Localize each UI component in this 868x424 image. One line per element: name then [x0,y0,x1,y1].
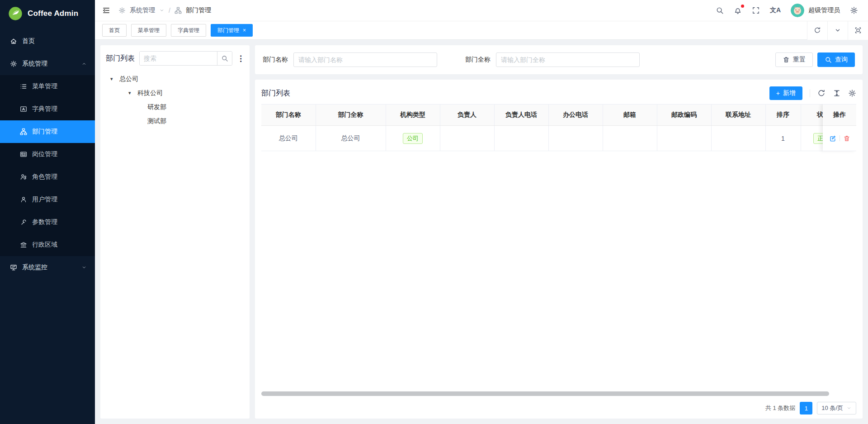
tab-department-management[interactable]: 部门管理 × [211,24,253,37]
tree-search [139,51,232,66]
tree-node-test-dept[interactable]: 测试部 [106,114,244,128]
table-refresh-button[interactable] [817,89,826,97]
col-org-type: 机构类型 [386,105,440,126]
edit-button[interactable] [829,135,836,142]
bell-icon [734,6,742,14]
tree-panel-header: 部门列表 ⋮ [106,51,244,66]
tree-node-head-office[interactable]: ▾ 总公司 [106,72,244,86]
sidebar-item-parameter-management[interactable]: 参数管理 [0,211,95,233]
table-density-button[interactable] [833,89,841,97]
operation-divider [840,135,840,141]
sidebar-item-dict-management[interactable]: 字典管理 [0,98,95,120]
sidebar-item-label: 角色管理 [32,173,57,181]
chevron-down-icon [834,27,841,34]
operation-cell [823,126,856,151]
search-icon [825,56,832,63]
sidebar-item-menu-management[interactable]: 菜单管理 [0,75,95,98]
tree-node-label: 总公司 [119,75,138,83]
sidebar-item-label: 部门管理 [32,128,57,136]
main-column: 部门名称 部门全称 重置 查询 部门列表 [255,45,863,419]
refresh-icon [814,27,821,34]
caret-down-icon[interactable]: ▾ [127,90,137,96]
sidebar-item-system-monitor[interactable]: 系统监控 [0,256,95,279]
tree-panel-title: 部门列表 [106,54,135,63]
sidebar-item-label: 行政区域 [32,241,57,249]
notification-badge [741,5,744,8]
menu-fold-button[interactable] [102,6,110,14]
sidebar-item-post-management[interactable]: 岗位管理 [0,143,95,166]
column-height-icon [833,89,841,97]
table-card-header: 部门列表 + 新增 [261,82,856,104]
page-size-select[interactable]: 10 条/页 [817,402,856,414]
delete-button[interactable] [843,135,850,142]
table-header-row: 部门名称 部门全称 机构类型 负责人 负责人电话 办公电话 邮箱 邮政编码 联系… [261,105,846,126]
app-title: Coffee Admin [28,9,78,18]
plus-icon: + [776,90,780,97]
notification-button[interactable] [734,6,742,14]
menu-fold-icon [102,6,110,14]
department-table-card: 部门列表 + 新增 [255,80,863,419]
language-button[interactable]: 文A [770,6,781,14]
tree-more-button[interactable]: ⋮ [237,54,244,63]
add-button[interactable]: + 新增 [769,86,802,100]
dept-fullname-label: 部门全称 [465,56,491,64]
horizontal-scrollbar[interactable] [261,391,829,396]
chevron-down-icon [159,8,165,13]
settings-button[interactable] [850,6,858,14]
sidebar-item-system-management[interactable]: 系统管理 [0,52,95,75]
close-icon[interactable]: × [243,28,246,33]
pagination-total: 共 1 条数据 [765,404,795,412]
caret-down-icon[interactable]: ▾ [109,76,119,82]
sidebar-item-user-management[interactable]: 用户管理 [0,188,95,211]
dept-name-input[interactable] [293,52,437,67]
cell-dept-name: 总公司 [261,126,316,151]
org-type-tag: 公司 [403,133,423,144]
header-actions: 文A 超级管理员 [716,4,858,17]
page-size-value: 10 条/页 [821,404,843,412]
dept-fullname-input[interactable] [496,52,640,67]
tree-node-rd-dept[interactable]: 研发部 [106,100,244,114]
tab-menu-management[interactable]: 菜单管理 [131,24,166,37]
table-settings-button[interactable] [848,89,856,97]
tree-search-input[interactable] [140,52,217,65]
bank-icon [20,241,27,248]
sidebar-item-home[interactable]: 首页 [0,30,95,52]
sidebar-item-label: 参数管理 [32,218,57,226]
sidebar-item-department-management[interactable]: 部门管理 [0,120,95,143]
department-tree: ▾ 总公司 ▾ 科技公司 研发部 测试部 [106,72,244,128]
table-row[interactable]: 总公司 总公司 公司 1 [261,126,846,151]
page-button-1[interactable]: 1 [800,402,812,414]
col-operation: 操作 [823,104,856,126]
dictionary-icon [20,105,27,113]
tab-home[interactable]: 首页 [102,24,127,37]
tab-label: 首页 [109,27,120,34]
search-button[interactable]: 查询 [817,52,855,67]
maximize-content-button[interactable] [848,21,868,40]
chevron-down-icon [81,265,87,270]
sidebar-item-label: 岗位管理 [32,150,57,158]
chevron-up-icon [81,61,87,67]
tab-dict-management[interactable]: 字典管理 [171,24,206,37]
search-label: 查询 [835,56,848,64]
reset-button[interactable]: 重置 [775,52,813,67]
cell-email [603,126,657,151]
refresh-tab-button[interactable] [807,21,827,40]
tree-search-button[interactable] [217,52,232,65]
search-button[interactable] [716,6,724,14]
avatar [791,4,804,17]
app-logo: Coffee Admin [0,0,95,27]
sidebar-item-label: 首页 [22,37,35,45]
sidebar-item-label: 系统监控 [22,263,47,272]
user-menu[interactable]: 超级管理员 [791,4,840,17]
table-toolbar: + 新增 [769,86,856,100]
sidebar-item-admin-region[interactable]: 行政区域 [0,233,95,256]
breadcrumb-section[interactable]: 系统管理 [130,6,155,14]
filter-buttons: 重置 查询 [775,52,855,67]
sidebar-item-role-management[interactable]: 角色管理 [0,166,95,188]
cell-leader-phone [494,126,548,151]
col-dept-full: 部门全称 [316,105,386,126]
tree-node-tech-company[interactable]: ▾ 科技公司 [106,86,244,100]
tab-bar: 首页 菜单管理 字典管理 部门管理 × [95,21,868,40]
tab-options-button[interactable] [827,21,848,40]
fullscreen-button[interactable] [752,6,760,14]
